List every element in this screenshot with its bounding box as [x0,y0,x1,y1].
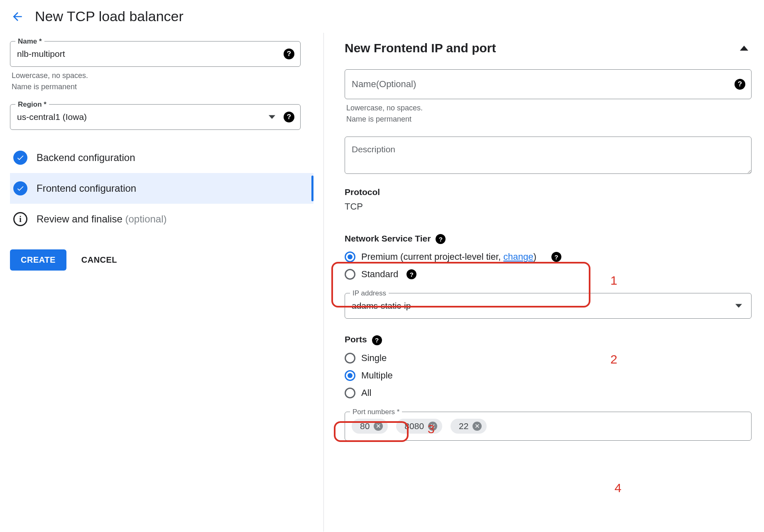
port-chip: 22 ✕ [451,419,487,434]
ports-multiple-label: Multiple [361,370,393,381]
cancel-button[interactable]: CANCEL [81,255,117,265]
ports-label: Ports ? [345,334,752,345]
remove-chip-icon[interactable]: ✕ [428,422,437,431]
fe-name-hint: Lowercase, no spaces. Name is permanent [346,102,750,125]
help-icon[interactable]: ? [406,269,416,279]
help-icon[interactable]: ? [284,49,294,59]
remove-chip-icon[interactable]: ✕ [473,422,482,431]
chevron-up-icon [740,46,748,51]
port-chip-row[interactable]: 80 ✕ 8080 ✕ 22 ✕ [352,417,744,435]
ip-address-field: IP address adams-static-ip [345,293,752,319]
help-icon[interactable]: ? [372,335,382,345]
step-frontend[interactable]: Frontend configuration [10,173,313,204]
radio-all[interactable] [345,388,355,398]
tier-premium-label: Premium (current project-level tier, cha… [361,251,536,262]
region-field: Region * us-central1 (Iowa) ? [10,104,301,130]
name-hint: Lowercase, no spaces. Name is permanent [12,70,312,93]
help-icon[interactable]: ? [735,79,745,90]
step-review[interactable]: i Review and finalise (optional) [10,204,313,234]
help-icon[interactable]: ? [284,112,294,122]
remove-chip-icon[interactable]: ✕ [374,422,383,431]
chevron-down-icon [735,304,742,308]
description-textarea[interactable] [345,137,752,174]
create-button[interactable]: CREATE [10,249,66,271]
back-arrow-icon[interactable] [10,9,25,24]
tier-premium-row[interactable]: Premium (current project-level tier, cha… [345,248,752,266]
step-label: Frontend configuration [37,183,136,194]
annotation-number-4: 4 [615,481,622,495]
port-chip: 8080 ✕ [396,419,442,434]
info-icon: i [13,212,27,226]
ip-label: IP address [350,289,389,298]
left-panel: Name * ? Lowercase, no spaces. Name is p… [0,33,324,532]
right-panel-title: New Frontend IP and port [345,41,496,55]
region-select[interactable]: us-central1 (Iowa) [17,112,277,122]
step-label: Review and finalise (optional) [37,213,167,225]
ip-select[interactable]: adams-static-ip [352,301,728,311]
network-tier-label: Network Service Tier ? [345,234,446,244]
collapse-toggle[interactable] [737,42,752,54]
step-label: Backend configuration [37,152,135,164]
right-panel: New Frontend IP and port Name(Optional) … [324,33,764,532]
steps-list: Backend configuration Frontend configura… [10,142,313,234]
step-backend[interactable]: Backend configuration [10,142,313,173]
ports-multiple-row[interactable]: Multiple [345,367,752,384]
tier-standard-label: Standard [361,269,398,280]
radio-single[interactable] [345,353,355,364]
change-tier-link[interactable]: change [503,251,533,262]
check-circle-icon [13,181,27,195]
name-label: Name * [15,37,44,46]
ports-single-row[interactable]: Single [345,349,752,367]
ports-all-label: All [361,388,371,398]
radio-multiple[interactable] [345,370,355,381]
port-numbers-label: Port numbers * [350,408,402,416]
port-numbers-field: Port numbers * 80 ✕ 8080 ✕ 22 ✕ [345,412,752,441]
name-field: Name * ? [10,41,301,67]
radio-standard[interactable] [345,269,355,280]
help-icon[interactable]: ? [551,252,561,262]
region-label: Region * [15,100,49,109]
ports-single-label: Single [361,353,387,364]
fe-name-field: Name(Optional) ? [345,69,752,99]
tier-standard-row[interactable]: Standard ? [345,266,752,283]
port-chip: 80 ✕ [352,419,388,434]
ports-all-row[interactable]: All [345,384,752,402]
protocol-label: Protocol [345,187,752,197]
check-circle-icon [13,151,27,165]
page-header: New TCP load balancer [0,0,764,33]
radio-premium[interactable] [345,251,355,262]
page-title: New TCP load balancer [35,8,184,24]
name-input[interactable] [17,49,277,59]
protocol-value: TCP [345,201,752,212]
help-icon[interactable]: ? [436,234,446,244]
chevron-down-icon [269,115,275,119]
